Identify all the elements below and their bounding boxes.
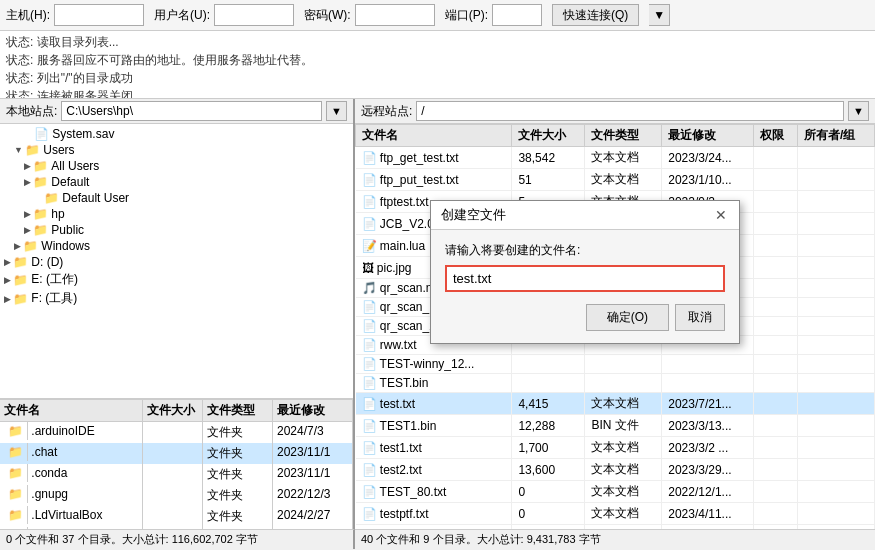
th-owner[interactable]: 所有者/组 [797,125,874,147]
remote-file-name: 📄 test1.txt [356,437,512,459]
remote-file-perm [753,235,797,257]
local-file-name: 📁 .gnupg [0,485,143,506]
col-size: 文件大小 [143,400,203,421]
tree-item-drive-d[interactable]: ▶📁 D: (D) [0,254,353,270]
remote-file-row[interactable]: 📄 ftp_get_test.txt 38,542 文本文档 2023/3/24… [356,147,875,169]
tree-item-windows[interactable]: ▶📁 Windows [0,238,353,254]
remote-file-perm [753,147,797,169]
tree-item-all-users[interactable]: ▶📁 All Users [0,158,353,174]
connect-button[interactable]: 快速连接(Q) [552,4,639,26]
remote-file-perm [753,374,797,393]
user-input[interactable] [214,4,294,26]
remote-path-dropdown[interactable]: ▼ [848,101,869,121]
connect-dropdown-button[interactable]: ▼ [649,4,670,26]
remote-file-type: 文本文档 [585,147,662,169]
th-perm[interactable]: 权限 [753,125,797,147]
col-name: 文件名 [0,400,143,421]
tree-item-users[interactable]: ▼📁 Users [0,142,353,158]
local-file-row[interactable]: 📁 .gnupg 文件夹 2022/12/3 [0,485,353,506]
local-file-name: 📁 .conda [0,464,143,485]
remote-file-date: 2023/4/11... [662,503,753,525]
remote-file-size: 1,700 [512,437,585,459]
remote-file-perm [753,355,797,374]
dialog-filename-input[interactable] [445,265,725,292]
remote-file-row[interactable]: 📄 ftp_put_test.txt 51 文本文档 2023/1/10... [356,169,875,191]
remote-file-row[interactable]: 📄 TEST1.bin 12,288 BIN 文件 2023/3/13... [356,415,875,437]
remote-file-owner [797,191,874,213]
local-file-size [143,506,203,527]
local-file-date: 2022/12/3 [273,485,353,506]
local-file-date: 2024/2/27 [273,506,353,527]
remote-file-perm [753,257,797,279]
tree-item-default-user[interactable]: 📁 Default User [0,190,353,206]
local-file-date: 2023/11/1 [273,443,353,464]
tree-item-drive-e[interactable]: ▶📁 E: (工作) [0,270,353,289]
local-file-row[interactable]: 📁 .conda 文件夹 2023/11/1 [0,464,353,485]
local-status: 0 个文件和 37 个目录。大小总计: 116,602,702 字节 [0,529,355,549]
remote-file-owner [797,374,874,393]
remote-file-perm [753,213,797,235]
local-file-row[interactable]: 📁 .LdVirtualBox 文件夹 2024/2/27 [0,506,353,527]
remote-file-row[interactable]: 📄 test1.txt 1,700 文本文档 2023/3/2 ... [356,437,875,459]
remote-file-row[interactable]: 📄 testptf.txt 0 文本文档 2023/4/11... [356,503,875,525]
local-file-name: 📁 .chat [0,443,143,464]
remote-file-perm [753,481,797,503]
create-file-dialog[interactable]: 创建空文件 ✕ 请输入将要创建的文件名: 确定(O) 取消 [430,200,740,344]
remote-file-size: 51 [512,169,585,191]
local-file-type: 文件夹 [203,422,273,443]
status-line-4: 状态: 连接被服务器关闭 [6,87,869,99]
remote-file-type: 文本文档 [585,169,662,191]
remote-file-owner [797,503,874,525]
th-name[interactable]: 文件名 [356,125,512,147]
dialog-ok-button[interactable]: 确定(O) [586,304,669,331]
remote-file-row[interactable]: 📄 TEST_80.txt 0 文本文档 2022/12/1... [356,481,875,503]
tree-item-system-sav[interactable]: 📄 System.sav [0,126,353,142]
th-size[interactable]: 文件大小 [512,125,585,147]
right-panel-header: 远程站点: ▼ [355,99,875,124]
host-input[interactable] [54,4,144,26]
tree-item-public[interactable]: ▶📁 Public [0,222,353,238]
tree-item-default[interactable]: ▶📁 Default [0,174,353,190]
remote-file-row[interactable]: 📄 test.txt 4,415 文本文档 2023/7/21... [356,393,875,415]
remote-file-perm [753,191,797,213]
remote-file-owner [797,393,874,415]
tree-item-hp[interactable]: ▶📁 hp [0,206,353,222]
local-tree[interactable]: 📄 System.sav ▼📁 Users ▶📁 All Users ▶📁 De… [0,124,353,399]
remote-file-size: 0 [512,481,585,503]
remote-file-perm [753,336,797,355]
remote-file-owner [797,257,874,279]
local-path-dropdown[interactable]: ▼ [326,101,347,121]
remote-file-size: 38,542 [512,147,585,169]
remote-file-row[interactable]: 📄 TEST-winny_12... [356,355,875,374]
th-type[interactable]: 文件类型 [585,125,662,147]
remote-path-input[interactable] [416,101,844,121]
remote-file-size: 12,288 [512,415,585,437]
dialog-title-text: 创建空文件 [441,206,506,224]
remote-file-perm [753,415,797,437]
remote-file-row[interactable]: 📄 TEST.bin [356,374,875,393]
local-file-row[interactable]: 📁 .arduinoIDE 文件夹 2024/7/3 [0,422,353,443]
local-file-list[interactable]: 文件名 文件大小 文件类型 最近修改 📁 .arduinoIDE 文件夹 202… [0,399,353,529]
local-file-row[interactable]: 📁 .chat 文件夹 2023/11/1 [0,443,353,464]
remote-file-name: 📄 test.txt [356,393,512,415]
pass-input[interactable] [355,4,435,26]
remote-file-date: 2022/12/1... [662,481,753,503]
local-path-input[interactable] [61,101,322,121]
host-label: 主机(H): [6,7,50,24]
col-type: 文件类型 [203,400,273,421]
remote-file-type [585,355,662,374]
remote-file-perm [753,279,797,298]
remote-file-type: 文本文档 [585,393,662,415]
local-file-size [143,485,203,506]
remote-file-type [585,374,662,393]
remote-file-type: 文本文档 [585,459,662,481]
dialog-close-button[interactable]: ✕ [713,207,729,223]
tree-item-drive-f[interactable]: ▶📁 F: (工具) [0,289,353,308]
remote-file-row[interactable]: 📄 test2.txt 13,600 文本文档 2023/3/29... [356,459,875,481]
th-date[interactable]: 最近修改 [662,125,753,147]
local-file-size [143,422,203,443]
remote-file-owner [797,355,874,374]
dialog-cancel-button[interactable]: 取消 [675,304,725,331]
port-group: 端口(P): [445,4,542,26]
port-input[interactable] [492,4,542,26]
